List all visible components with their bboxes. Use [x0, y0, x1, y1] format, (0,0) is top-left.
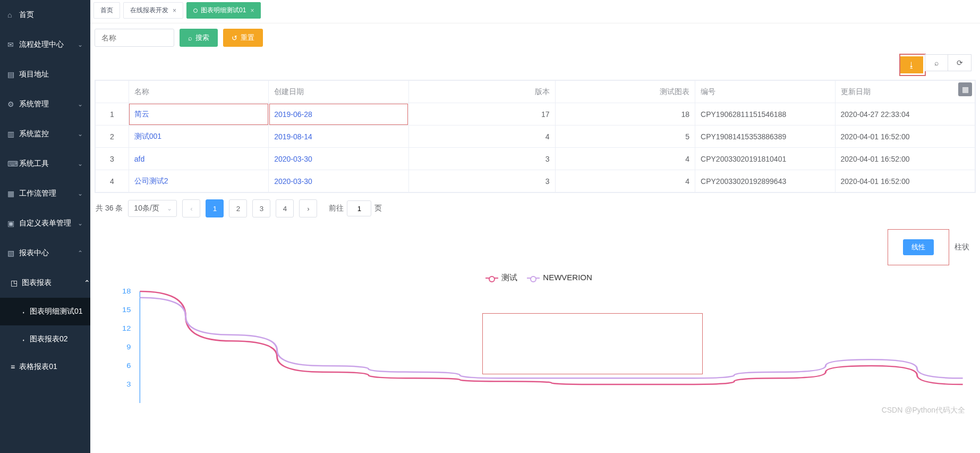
prev-page-button[interactable]: ‹: [182, 199, 200, 217]
cell-test-chart: 18: [555, 103, 695, 125]
menu-form[interactable]: ▣自定义表单管理⌄: [0, 208, 90, 238]
cell-name[interactable]: 简云: [129, 103, 268, 125]
cell-update-date: 2020-04-27 22:33:04: [835, 103, 975, 125]
menu-label: 项目地址: [19, 70, 83, 79]
button-label: 搜索: [195, 33, 209, 43]
page-button-3[interactable]: 3: [252, 199, 270, 217]
refresh-button[interactable]: ⟳: [948, 54, 972, 71]
page-button-1[interactable]: 1: [206, 199, 224, 217]
cell-create-date: 2019-08-14: [269, 125, 408, 148]
legend-marker-test[interactable]: [485, 278, 498, 279]
active-dot-icon: [193, 9, 198, 13]
action-group: ⌕ ⟳: [925, 54, 972, 76]
close-icon[interactable]: ×: [250, 7, 254, 14]
table-row[interactable]: 3afd2020-03-3034CPY200330201918104012020…: [96, 148, 975, 170]
page-size-select[interactable]: 10条/页⌄: [128, 200, 177, 217]
data-table: ▦ 名称 创建日期 版本 测试图表 编号 更新日期 1简云2019-06-281…: [95, 80, 976, 193]
svg-text:9: 9: [126, 343, 131, 350]
tab-online-report-dev[interactable]: 在线报表开发×: [123, 2, 183, 19]
chevron-up-icon: ⌃: [78, 249, 83, 257]
chevron-down-icon: ⌄: [78, 220, 83, 227]
chart-type-bar-button[interactable]: 柱状: [955, 242, 969, 252]
search-icon: ⌕: [188, 34, 192, 42]
submenu-chart-detail-01[interactable]: ⬪图表明细测试01: [0, 298, 90, 325]
table-row[interactable]: 2测试0012019-08-1445CPY1908141535388638920…: [96, 125, 975, 148]
menu-project[interactable]: ▤项目地址: [0, 60, 90, 89]
jump-prefix: 前往: [329, 204, 344, 213]
refresh-icon: ⟳: [957, 58, 963, 67]
menu-label: 报表中心: [19, 248, 78, 258]
chevron-down-icon: ⌄: [78, 190, 83, 197]
chart-type-highlight: 线性: [888, 229, 949, 265]
menu-monitor[interactable]: ▥系统监控⌄: [0, 119, 90, 149]
th-test-chart[interactable]: 测试图表: [555, 81, 695, 103]
cell-serial: CPY20033020191810401: [695, 148, 835, 170]
tab-label: 首页: [100, 6, 113, 15]
page-button-4[interactable]: 4: [276, 199, 294, 217]
download-button[interactable]: ⭳: [900, 56, 923, 73]
cell-version: 17: [408, 103, 555, 125]
cell-name[interactable]: afd: [129, 148, 268, 170]
zoom-button[interactable]: ⌕: [925, 54, 948, 71]
folder-icon: ▤: [7, 70, 15, 79]
menu-label: 系统工具: [19, 159, 78, 169]
download-icon: ⭳: [908, 61, 915, 69]
menu-tools[interactable]: ⌨系统工具⌄: [0, 149, 90, 179]
table-row[interactable]: 4公司测试22020-03-3034CPY2003302019289964320…: [96, 170, 975, 192]
cell-serial: CPY20033020192899643: [695, 170, 835, 192]
cell-index: 3: [96, 148, 129, 170]
cell-name[interactable]: 公司测试2: [129, 170, 268, 192]
cell-index: 1: [96, 103, 129, 125]
tab-chart-detail-01[interactable]: 图表明细测试01×: [186, 2, 261, 19]
menu-process[interactable]: ✉流程处理中心⌄: [0, 30, 90, 60]
th-update-date[interactable]: 更新日期: [835, 81, 975, 103]
svg-text:12: 12: [122, 325, 131, 332]
report-icon: ▧: [7, 249, 15, 257]
th-serial[interactable]: 编号: [695, 81, 835, 103]
submenu-chart-report-02[interactable]: ⬪图表报表02: [0, 325, 90, 353]
search-button[interactable]: ⌕搜索: [180, 29, 218, 47]
tabs-bar: 首页 在线报表开发× 图表明细测试01×: [90, 0, 980, 23]
submenu-chart-report[interactable]: ◳图表报表⌃: [0, 268, 90, 298]
jump-suffix: 页: [374, 204, 382, 213]
bar-chart-icon: ⬪: [21, 307, 25, 316]
menu-report[interactable]: ▧报表中心⌃: [0, 238, 90, 268]
cell-name[interactable]: 测试001: [129, 125, 268, 148]
name-input[interactable]: [95, 29, 174, 47]
legend-marker-newverion[interactable]: [527, 278, 540, 279]
page-button-2[interactable]: 2: [229, 199, 247, 217]
form-icon: ▣: [7, 219, 15, 228]
reset-button[interactable]: ↺重置: [223, 29, 263, 47]
menu-workflow[interactable]: ▦工作流管理⌄: [0, 179, 90, 208]
jump-input[interactable]: [347, 200, 371, 216]
chevron-down-icon: ⌄: [167, 205, 172, 212]
tab-label: 图表明细测试01: [201, 6, 246, 15]
line-chart: 181512963: [95, 286, 976, 408]
close-icon[interactable]: ×: [173, 7, 176, 14]
main-content: 首页 在线报表开发× 图表明细测试01× ⌕搜索 ↺重置 ⭳ ⌕ ⟳ ▦: [90, 0, 980, 453]
home-icon: ⌂: [7, 11, 15, 19]
th-name[interactable]: 名称: [129, 81, 268, 103]
menu-label: 图表报表02: [30, 334, 68, 344]
grid-mode-button[interactable]: ▦: [958, 82, 972, 96]
th-version[interactable]: 版本: [408, 81, 555, 103]
chart-type-row: 线性 柱状: [90, 224, 980, 271]
table-row[interactable]: 1简云2019-06-281718CPY19062811151546188202…: [96, 103, 975, 125]
tab-home[interactable]: 首页: [93, 2, 120, 19]
menu-home[interactable]: ⌂首页: [0, 0, 90, 30]
menu-label: 表格报表01: [19, 362, 57, 372]
cell-serial: CPY19062811151546188: [695, 103, 835, 125]
cell-test-chart: 4: [555, 170, 695, 192]
search-toolbar: ⌕搜索 ↺重置: [90, 23, 980, 52]
chart-type-linear-button[interactable]: 线性: [903, 239, 934, 255]
submenu-table-report-01[interactable]: ≡表格报表01: [0, 353, 90, 381]
cell-version: 4: [408, 125, 555, 148]
menu-sysmgmt[interactable]: ⚙系统管理⌄: [0, 89, 90, 119]
legend-label: NEWVERION: [543, 273, 592, 282]
chart-icon: ◳: [11, 279, 18, 287]
cell-index: 4: [96, 170, 129, 192]
cell-update-date: 2020-04-01 16:52:00: [835, 148, 975, 170]
menu-label: 工作流管理: [19, 189, 78, 198]
next-page-button[interactable]: ›: [299, 199, 317, 217]
th-create-date[interactable]: 创建日期: [269, 81, 408, 103]
